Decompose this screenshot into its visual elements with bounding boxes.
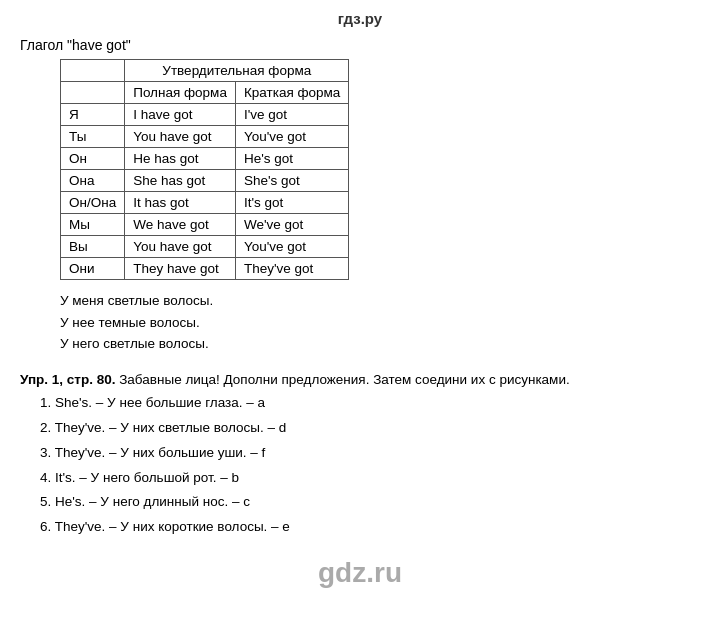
exercise-list: 1. She's. – У нее большие глаза. – a 2. … (40, 392, 700, 540)
list-item: 3. They've. – У них большие уши. – f (40, 442, 700, 465)
note-line3: У него светлые волосы. (60, 333, 700, 355)
exercise-title: Упр. 1, стр. 80. (20, 372, 115, 387)
full-vy: You have got (125, 236, 236, 258)
list-item: 6. They've. – У них короткие волосы. – e (40, 516, 700, 539)
short-oni: They've got (235, 258, 348, 280)
table-row: Они They have got They've got (61, 258, 349, 280)
pronoun-ona: Она (61, 170, 125, 192)
notes: У меня светлые волосы. У нее темные воло… (60, 290, 700, 355)
table-row: Он He has got He's got (61, 148, 349, 170)
list-item: 4. It's. – У него большой рот. – b (40, 467, 700, 490)
short-ona: She's got (235, 170, 348, 192)
short-my: We've got (235, 214, 348, 236)
pronoun-my: Мы (61, 214, 125, 236)
full-my: We have got (125, 214, 236, 236)
list-item: 2. They've. – У них светлые волосы. – d (40, 417, 700, 440)
short-ono: It's got (235, 192, 348, 214)
table-row: Она She has got She's got (61, 170, 349, 192)
full-oni: They have got (125, 258, 236, 280)
full-ya: I have got (125, 104, 236, 126)
pronoun-ty: Ты (61, 126, 125, 148)
table-row: Ты You have got You've got (61, 126, 349, 148)
list-item: 1. She's. – У нее большие глаза. – a (40, 392, 700, 415)
pronoun-header (61, 82, 125, 104)
short-vy: You've got (235, 236, 348, 258)
exercise-section: Упр. 1, стр. 80. Забавные лица! Дополни … (20, 369, 700, 540)
note-line2: У нее темные волосы. (60, 312, 700, 334)
table-row: Я I have got I've got (61, 104, 349, 126)
have-got-table: Утвердительная форма Полная форма Кратка… (60, 59, 349, 280)
site-title-top: гдз.ру (20, 10, 700, 27)
full-ty: You have got (125, 126, 236, 148)
affirmative-header: Утвердительная форма (125, 60, 349, 82)
pronoun-on: Он (61, 148, 125, 170)
site-title-bottom: gdz.ru (20, 557, 700, 589)
pronoun-ono: Он/Она (61, 192, 125, 214)
pronoun-vy: Вы (61, 236, 125, 258)
short-ty: You've got (235, 126, 348, 148)
table-heading: Глагол "have got" (20, 37, 700, 53)
full-ona: She has got (125, 170, 236, 192)
short-on: He's got (235, 148, 348, 170)
exercise-desc-text: Забавные лица! Дополни предложения. Зате… (119, 372, 569, 387)
table-row: Он/Она It has got It's got (61, 192, 349, 214)
full-on: He has got (125, 148, 236, 170)
short-ya: I've got (235, 104, 348, 126)
full-ono: It has got (125, 192, 236, 214)
short-form-header: Краткая форма (235, 82, 348, 104)
pronoun-ya: Я (61, 104, 125, 126)
table-row: Вы You have got You've got (61, 236, 349, 258)
note-line1: У меня светлые волосы. (60, 290, 700, 312)
full-form-header: Полная форма (125, 82, 236, 104)
pronoun-oni: Они (61, 258, 125, 280)
empty-cell (61, 60, 125, 82)
table-row: Мы We have got We've got (61, 214, 349, 236)
list-item: 5. He's. – У него длинный нос. – c (40, 491, 700, 514)
